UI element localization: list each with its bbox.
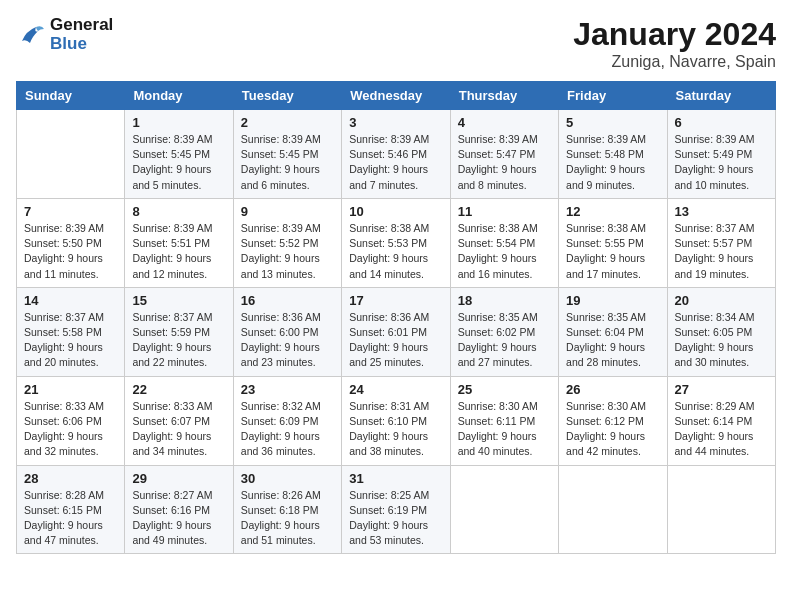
day-number: 6 <box>675 115 768 130</box>
day-number: 5 <box>566 115 659 130</box>
calendar-cell: 17Sunrise: 8:36 AMSunset: 6:01 PMDayligh… <box>342 287 450 376</box>
day-info: Sunrise: 8:33 AMSunset: 6:06 PMDaylight:… <box>24 399 117 460</box>
calendar-cell: 3Sunrise: 8:39 AMSunset: 5:46 PMDaylight… <box>342 110 450 199</box>
calendar-cell: 1Sunrise: 8:39 AMSunset: 5:45 PMDaylight… <box>125 110 233 199</box>
day-number: 29 <box>132 471 225 486</box>
calendar-cell: 28Sunrise: 8:28 AMSunset: 6:15 PMDayligh… <box>17 465 125 554</box>
weekday-header-row: SundayMondayTuesdayWednesdayThursdayFrid… <box>17 82 776 110</box>
day-number: 13 <box>675 204 768 219</box>
logo-icon <box>16 23 46 47</box>
day-number: 19 <box>566 293 659 308</box>
day-number: 1 <box>132 115 225 130</box>
weekday-header-thursday: Thursday <box>450 82 558 110</box>
weekday-header-saturday: Saturday <box>667 82 775 110</box>
day-info: Sunrise: 8:39 AMSunset: 5:48 PMDaylight:… <box>566 132 659 193</box>
day-info: Sunrise: 8:39 AMSunset: 5:51 PMDaylight:… <box>132 221 225 282</box>
logo: General Blue <box>16 16 113 53</box>
weekday-header-tuesday: Tuesday <box>233 82 341 110</box>
day-number: 7 <box>24 204 117 219</box>
location-title: Zuniga, Navarre, Spain <box>573 53 776 71</box>
week-row-4: 28Sunrise: 8:28 AMSunset: 6:15 PMDayligh… <box>17 465 776 554</box>
day-info: Sunrise: 8:32 AMSunset: 6:09 PMDaylight:… <box>241 399 334 460</box>
weekday-header-sunday: Sunday <box>17 82 125 110</box>
day-info: Sunrise: 8:38 AMSunset: 5:55 PMDaylight:… <box>566 221 659 282</box>
calendar-cell: 25Sunrise: 8:30 AMSunset: 6:11 PMDayligh… <box>450 376 558 465</box>
day-info: Sunrise: 8:39 AMSunset: 5:50 PMDaylight:… <box>24 221 117 282</box>
day-number: 8 <box>132 204 225 219</box>
day-info: Sunrise: 8:34 AMSunset: 6:05 PMDaylight:… <box>675 310 768 371</box>
week-row-3: 21Sunrise: 8:33 AMSunset: 6:06 PMDayligh… <box>17 376 776 465</box>
calendar-table: SundayMondayTuesdayWednesdayThursdayFrid… <box>16 81 776 554</box>
day-number: 14 <box>24 293 117 308</box>
title-area: January 2024 Zuniga, Navarre, Spain <box>573 16 776 71</box>
day-info: Sunrise: 8:29 AMSunset: 6:14 PMDaylight:… <box>675 399 768 460</box>
day-number: 26 <box>566 382 659 397</box>
day-info: Sunrise: 8:25 AMSunset: 6:19 PMDaylight:… <box>349 488 442 549</box>
day-number: 16 <box>241 293 334 308</box>
day-info: Sunrise: 8:26 AMSunset: 6:18 PMDaylight:… <box>241 488 334 549</box>
calendar-cell: 29Sunrise: 8:27 AMSunset: 6:16 PMDayligh… <box>125 465 233 554</box>
day-number: 3 <box>349 115 442 130</box>
calendar-cell: 11Sunrise: 8:38 AMSunset: 5:54 PMDayligh… <box>450 198 558 287</box>
day-number: 10 <box>349 204 442 219</box>
day-number: 17 <box>349 293 442 308</box>
day-info: Sunrise: 8:30 AMSunset: 6:12 PMDaylight:… <box>566 399 659 460</box>
day-info: Sunrise: 8:27 AMSunset: 6:16 PMDaylight:… <box>132 488 225 549</box>
day-number: 12 <box>566 204 659 219</box>
calendar-cell: 5Sunrise: 8:39 AMSunset: 5:48 PMDaylight… <box>559 110 667 199</box>
month-title: January 2024 <box>573 16 776 53</box>
day-number: 28 <box>24 471 117 486</box>
calendar-cell: 18Sunrise: 8:35 AMSunset: 6:02 PMDayligh… <box>450 287 558 376</box>
calendar-cell: 22Sunrise: 8:33 AMSunset: 6:07 PMDayligh… <box>125 376 233 465</box>
day-info: Sunrise: 8:39 AMSunset: 5:49 PMDaylight:… <box>675 132 768 193</box>
calendar-cell <box>17 110 125 199</box>
day-number: 30 <box>241 471 334 486</box>
day-number: 2 <box>241 115 334 130</box>
weekday-header-wednesday: Wednesday <box>342 82 450 110</box>
calendar-cell: 13Sunrise: 8:37 AMSunset: 5:57 PMDayligh… <box>667 198 775 287</box>
calendar-cell <box>559 465 667 554</box>
day-info: Sunrise: 8:37 AMSunset: 5:57 PMDaylight:… <box>675 221 768 282</box>
calendar-cell: 24Sunrise: 8:31 AMSunset: 6:10 PMDayligh… <box>342 376 450 465</box>
calendar-cell: 12Sunrise: 8:38 AMSunset: 5:55 PMDayligh… <box>559 198 667 287</box>
weekday-header-monday: Monday <box>125 82 233 110</box>
day-number: 4 <box>458 115 551 130</box>
calendar-cell: 8Sunrise: 8:39 AMSunset: 5:51 PMDaylight… <box>125 198 233 287</box>
calendar-cell: 9Sunrise: 8:39 AMSunset: 5:52 PMDaylight… <box>233 198 341 287</box>
day-info: Sunrise: 8:39 AMSunset: 5:45 PMDaylight:… <box>241 132 334 193</box>
calendar-cell: 2Sunrise: 8:39 AMSunset: 5:45 PMDaylight… <box>233 110 341 199</box>
day-info: Sunrise: 8:39 AMSunset: 5:46 PMDaylight:… <box>349 132 442 193</box>
day-info: Sunrise: 8:30 AMSunset: 6:11 PMDaylight:… <box>458 399 551 460</box>
calendar-cell: 14Sunrise: 8:37 AMSunset: 5:58 PMDayligh… <box>17 287 125 376</box>
day-info: Sunrise: 8:36 AMSunset: 6:01 PMDaylight:… <box>349 310 442 371</box>
week-row-1: 7Sunrise: 8:39 AMSunset: 5:50 PMDaylight… <box>17 198 776 287</box>
calendar-cell: 23Sunrise: 8:32 AMSunset: 6:09 PMDayligh… <box>233 376 341 465</box>
day-info: Sunrise: 8:35 AMSunset: 6:02 PMDaylight:… <box>458 310 551 371</box>
calendar-cell <box>450 465 558 554</box>
day-info: Sunrise: 8:36 AMSunset: 6:00 PMDaylight:… <box>241 310 334 371</box>
day-info: Sunrise: 8:33 AMSunset: 6:07 PMDaylight:… <box>132 399 225 460</box>
calendar-cell <box>667 465 775 554</box>
calendar-cell: 27Sunrise: 8:29 AMSunset: 6:14 PMDayligh… <box>667 376 775 465</box>
day-number: 27 <box>675 382 768 397</box>
header: General Blue January 2024 Zuniga, Navarr… <box>16 16 776 71</box>
day-number: 20 <box>675 293 768 308</box>
day-number: 21 <box>24 382 117 397</box>
week-row-2: 14Sunrise: 8:37 AMSunset: 5:58 PMDayligh… <box>17 287 776 376</box>
calendar-cell: 30Sunrise: 8:26 AMSunset: 6:18 PMDayligh… <box>233 465 341 554</box>
day-number: 9 <box>241 204 334 219</box>
calendar-cell: 19Sunrise: 8:35 AMSunset: 6:04 PMDayligh… <box>559 287 667 376</box>
calendar-cell: 7Sunrise: 8:39 AMSunset: 5:50 PMDaylight… <box>17 198 125 287</box>
day-number: 22 <box>132 382 225 397</box>
day-number: 11 <box>458 204 551 219</box>
calendar-cell: 21Sunrise: 8:33 AMSunset: 6:06 PMDayligh… <box>17 376 125 465</box>
day-info: Sunrise: 8:38 AMSunset: 5:53 PMDaylight:… <box>349 221 442 282</box>
calendar-cell: 31Sunrise: 8:25 AMSunset: 6:19 PMDayligh… <box>342 465 450 554</box>
calendar-cell: 15Sunrise: 8:37 AMSunset: 5:59 PMDayligh… <box>125 287 233 376</box>
day-number: 23 <box>241 382 334 397</box>
day-number: 18 <box>458 293 551 308</box>
day-info: Sunrise: 8:39 AMSunset: 5:45 PMDaylight:… <box>132 132 225 193</box>
day-number: 15 <box>132 293 225 308</box>
day-info: Sunrise: 8:39 AMSunset: 5:52 PMDaylight:… <box>241 221 334 282</box>
day-info: Sunrise: 8:31 AMSunset: 6:10 PMDaylight:… <box>349 399 442 460</box>
